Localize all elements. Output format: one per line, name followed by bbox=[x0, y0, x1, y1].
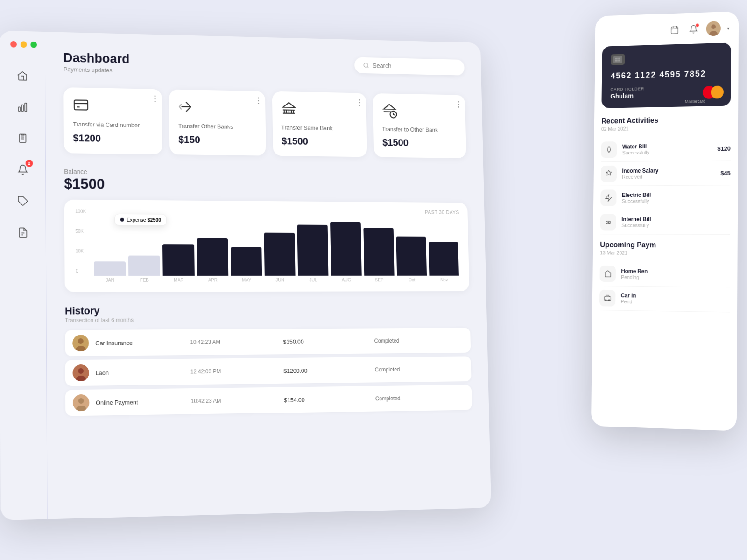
history-time-1: 10:42:23 AM bbox=[190, 338, 283, 345]
balance-section: Balance $1500 bbox=[64, 168, 467, 196]
history-amount-2: $1200.00 bbox=[283, 366, 375, 374]
history-time-3: 10:42:23 AM bbox=[191, 397, 284, 405]
x-label-jul: JUL bbox=[310, 278, 317, 283]
bar-mar bbox=[162, 244, 194, 276]
chart-bar-group-mar: MAR bbox=[162, 210, 195, 283]
upcoming-home-rent: Home Ren Pending bbox=[599, 262, 730, 287]
salary-name: Income Salary bbox=[622, 167, 715, 174]
search-bar[interactable] bbox=[354, 57, 465, 76]
activity-electric-bill: Electric Bill Successfully bbox=[600, 185, 730, 210]
activity-income-salary: Income Salary Received $45 bbox=[601, 161, 731, 186]
x-label-sep: SEP bbox=[375, 278, 384, 283]
water-bill-status: Successfully bbox=[622, 149, 712, 155]
header: Dashboard Payments updates bbox=[63, 50, 465, 81]
card-icon-bank bbox=[281, 100, 358, 119]
history-row-3: Online Payment 10:42:23 AM $154.00 Compl… bbox=[65, 385, 472, 416]
svg-marker-35 bbox=[606, 195, 612, 202]
transfer-card-2: Transfer Other Banks $150 bbox=[169, 89, 266, 155]
balance-amount: $1500 bbox=[64, 175, 105, 193]
card-amount-1: $1200 bbox=[73, 132, 153, 145]
sidebar-item-notifications[interactable]: 2 bbox=[14, 161, 31, 178]
search-input[interactable] bbox=[373, 62, 456, 71]
electric-bill-name: Electric Bill bbox=[622, 191, 725, 198]
y-label-10k: 10K bbox=[76, 249, 86, 254]
bar-aug bbox=[330, 222, 361, 276]
x-label-may: MAY bbox=[242, 278, 251, 283]
bar-oct bbox=[396, 236, 427, 276]
card-amount-4: $1500 bbox=[382, 137, 458, 149]
chart-container: PAST 30 DAYS 100K 50K 10K 0 JANFEBMARAPR… bbox=[64, 200, 470, 292]
chart-bar-group-jul: JUL bbox=[297, 210, 329, 283]
electric-icon bbox=[605, 194, 613, 202]
sidebar-item-document[interactable] bbox=[14, 224, 31, 241]
avatar-1 bbox=[72, 335, 89, 351]
traffic-lights bbox=[10, 41, 37, 48]
maximize-button[interactable] bbox=[30, 42, 37, 48]
card-brand: Mastercard bbox=[685, 99, 705, 104]
water-icon-wrap bbox=[601, 141, 617, 158]
card-amount-2: $150 bbox=[178, 134, 257, 147]
chart-y-labels: 100K 50K 10K 0 bbox=[75, 209, 86, 273]
minimize-button[interactable] bbox=[21, 41, 27, 48]
svg-point-16 bbox=[78, 338, 84, 344]
card-menu-dots-2[interactable] bbox=[258, 98, 259, 104]
history-table: Car Insurance 10:42:23 AM $350.00 Comple… bbox=[65, 328, 472, 416]
x-label-mar: MAR bbox=[174, 278, 183, 283]
recent-activities: Recent Activities 02 Mar 2021 Water Bill… bbox=[593, 115, 738, 235]
svg-line-11 bbox=[74, 104, 88, 104]
card-number: 4562 1122 4595 7852 bbox=[611, 69, 722, 81]
upcoming-car-insurance: Car In Pend bbox=[599, 286, 730, 312]
svg-rect-10 bbox=[74, 100, 88, 110]
y-label-100k: 100K bbox=[75, 209, 86, 214]
card-menu-dots-4[interactable] bbox=[458, 101, 459, 108]
balance-info: Balance $1500 bbox=[64, 168, 105, 193]
avatar-2 bbox=[72, 364, 89, 381]
card-chip bbox=[611, 54, 625, 65]
card-icon-transfer-card bbox=[73, 97, 153, 116]
recent-activities-date: 02 Mar 2021 bbox=[601, 124, 731, 132]
bar-jun bbox=[264, 233, 295, 276]
salary-status: Received bbox=[622, 174, 715, 180]
transfer-card-3: Transfer Same Bank $1500 bbox=[272, 91, 367, 157]
bar-may bbox=[231, 247, 262, 276]
sidebar-item-clipboard[interactable] bbox=[14, 130, 31, 147]
dropdown-chevron[interactable]: ▾ bbox=[727, 26, 729, 31]
car-icon bbox=[604, 294, 612, 302]
salary-icon bbox=[605, 170, 613, 178]
card-menu-dots-3[interactable] bbox=[359, 99, 360, 106]
sidebar-item-home[interactable] bbox=[14, 68, 31, 84]
upcoming-payments: Upcoming Paym 13 Mar 2021 Home Ren Pendi… bbox=[592, 234, 738, 312]
sidebar-item-tag[interactable] bbox=[14, 193, 31, 210]
activity-internet-info: Internet Bill Successfully bbox=[621, 216, 725, 228]
balance-label: Balance bbox=[64, 168, 105, 176]
internet-bill-name: Internet Bill bbox=[621, 216, 725, 223]
bar-apr bbox=[197, 238, 228, 276]
y-label-0: 0 bbox=[76, 268, 86, 273]
chart-bar-group-nov: Nov bbox=[428, 211, 459, 282]
chart-bar-group-may: MAY bbox=[230, 210, 262, 283]
bar-jan bbox=[94, 261, 126, 276]
calendar-icon[interactable] bbox=[668, 23, 681, 36]
history-amount-1: $350.00 bbox=[283, 337, 374, 345]
svg-rect-0 bbox=[18, 107, 20, 111]
home-icon bbox=[604, 270, 612, 278]
history-name-3: Online Payment bbox=[96, 398, 191, 406]
bell-icon[interactable] bbox=[687, 22, 700, 35]
user-avatar[interactable] bbox=[706, 21, 721, 36]
close-button[interactable] bbox=[10, 41, 17, 48]
sidebar-item-chart[interactable] bbox=[14, 99, 31, 116]
home-rent-info: Home Ren Pending bbox=[621, 268, 730, 281]
transfer-card-1: Transfer via Card number $1200 bbox=[63, 87, 162, 154]
card-menu-dots-1[interactable] bbox=[155, 95, 156, 102]
activity-internet-bill: Internet Bill Successfully bbox=[600, 210, 731, 235]
recent-activities-title: Recent Activities bbox=[601, 115, 731, 125]
chart-bar-group-jun: JUN bbox=[264, 210, 296, 282]
credit-card: 4562 1122 4595 7852 CARD HOLDER Ghulam M… bbox=[601, 42, 731, 108]
water-icon bbox=[605, 146, 613, 154]
water-bill-amount: $120 bbox=[717, 145, 731, 152]
internet-bill-status: Successfully bbox=[621, 223, 725, 228]
history-section: History Transection of last 6 months Car… bbox=[65, 304, 472, 416]
tooltip-text: Expense $2500 bbox=[127, 217, 161, 223]
electric-icon-wrap bbox=[600, 189, 616, 206]
page-subtitle: Payments updates bbox=[63, 66, 130, 74]
